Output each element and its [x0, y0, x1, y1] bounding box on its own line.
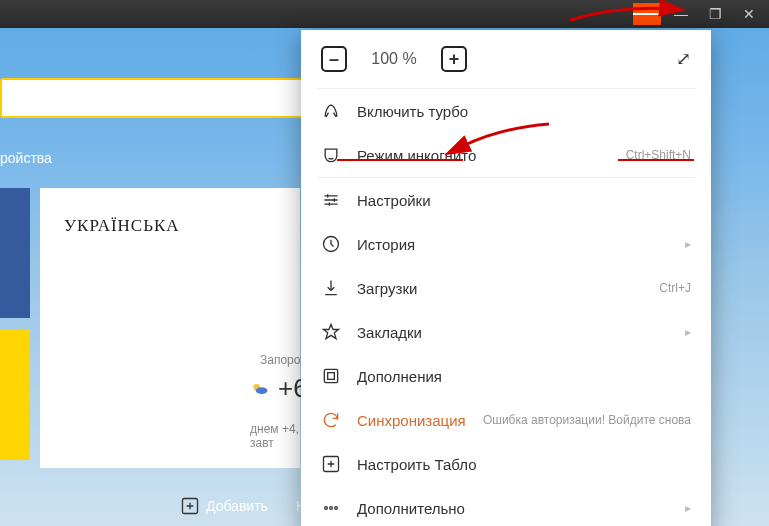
add-label: Добавить [206, 498, 268, 514]
menu-label: История [357, 236, 661, 253]
window-maximize-button[interactable]: ❐ [701, 3, 729, 25]
menu-item-turbo[interactable]: Включить турбо [301, 89, 711, 133]
chevron-right-icon: ▸ [685, 501, 691, 515]
menu-item-incognito[interactable]: Режим инкогнито Ctrl+Shift+N [301, 133, 711, 177]
rocket-icon [321, 101, 341, 121]
menu-item-downloads[interactable]: Загрузки Ctrl+J [301, 266, 711, 310]
menu-item-customize[interactable]: Настроить Табло [301, 442, 711, 486]
news-widget: УКРАЇНСЬКА Запорож +6 днем +4, завт [40, 188, 300, 468]
devices-link[interactable]: ройства [0, 150, 52, 166]
plus-box-icon [180, 496, 200, 516]
zoom-in-button[interactable]: + [441, 46, 467, 72]
addons-icon [321, 366, 341, 386]
menu-item-settings[interactable]: Настройки [301, 178, 711, 222]
svg-point-7 [325, 507, 328, 510]
dots-icon [321, 498, 341, 518]
news-header: УКРАЇНСЬКА [64, 216, 276, 236]
download-icon [321, 278, 341, 298]
tile-pravda[interactable]: У [0, 330, 30, 460]
star-icon [321, 322, 341, 342]
zoom-row: – 100 % + ⤢ [301, 30, 711, 88]
weather-widget[interactable]: Запорож +6 днем +4, завт [250, 353, 308, 450]
menu-item-sync[interactable]: Синхронизация Ошибка авторизации! Войдит… [301, 398, 711, 442]
menu-item-more[interactable]: Дополнительно ▸ [301, 486, 711, 526]
plus-box-icon [321, 454, 341, 474]
tile-facebook[interactable]: ok [0, 188, 30, 318]
fullscreen-button[interactable]: ⤢ [676, 48, 691, 70]
search-bar[interactable] [0, 78, 320, 118]
svg-point-1 [256, 387, 268, 394]
sliders-icon [321, 190, 341, 210]
menu-item-bookmarks[interactable]: Закладки ▸ [301, 310, 711, 354]
main-menu: – 100 % + ⤢ Включить турбо Режим инкогни… [301, 30, 711, 526]
menu-button[interactable] [633, 3, 661, 25]
zoom-value: 100 % [367, 50, 421, 68]
svg-point-8 [330, 507, 333, 510]
menu-label: Загрузки [357, 280, 643, 297]
menu-label: Настройки [357, 192, 691, 209]
underline-annotation [337, 159, 463, 161]
window-close-button[interactable]: ✕ [735, 3, 763, 25]
menu-label: Настроить Табло [357, 456, 691, 473]
window-titlebar: — ❐ ✕ [0, 0, 769, 28]
chevron-right-icon: ▸ [685, 237, 691, 251]
menu-item-history[interactable]: История ▸ [301, 222, 711, 266]
mask-icon [321, 145, 341, 165]
add-button[interactable]: Добавить [180, 496, 268, 516]
svg-rect-5 [328, 373, 335, 380]
menu-label: Закладки [357, 324, 661, 341]
chevron-right-icon: ▸ [685, 325, 691, 339]
zoom-out-button[interactable]: – [321, 46, 347, 72]
weather-icon [250, 379, 270, 399]
menu-label: Дополнительно [357, 500, 661, 517]
shortcut-hint: Ctrl+J [659, 281, 691, 295]
svg-point-9 [335, 507, 338, 510]
menu-item-addons[interactable]: Дополнения [301, 354, 711, 398]
menu-label: Включить турбо [357, 103, 691, 120]
window-minimize-button[interactable]: — [667, 3, 695, 25]
underline-annotation [618, 159, 694, 161]
sync-error-hint: Ошибка авторизации! Войдите снова [483, 413, 691, 427]
weather-forecast: днем +4, завт [250, 422, 308, 450]
history-icon [321, 234, 341, 254]
sync-icon [321, 410, 341, 430]
svg-rect-4 [324, 369, 337, 382]
menu-label: Синхронизация [357, 412, 467, 429]
menu-label: Дополнения [357, 368, 691, 385]
